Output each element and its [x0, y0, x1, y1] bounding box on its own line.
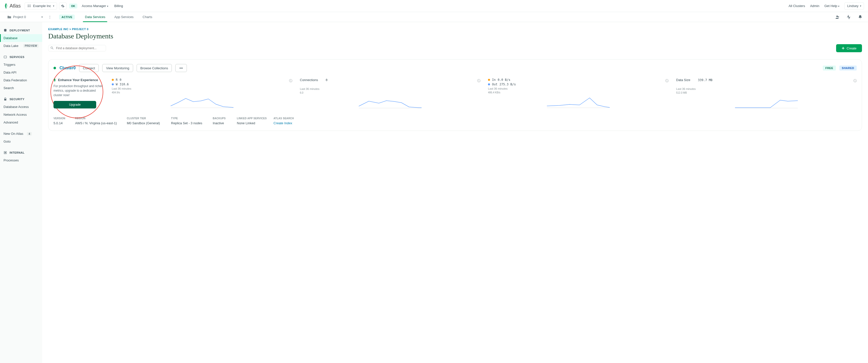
- upgrade-button[interactable]: Upgrade: [54, 101, 96, 108]
- sidebar-item-search[interactable]: Search: [0, 84, 42, 92]
- info-icon[interactable]: ⓘ: [289, 78, 292, 83]
- cluster-more-button[interactable]: •••: [175, 64, 187, 72]
- status-ok-badge: OK: [69, 3, 78, 8]
- sidebar-item-database[interactable]: Database: [0, 34, 42, 42]
- plus-icon: [842, 47, 845, 50]
- internal-icon: [3, 151, 7, 154]
- all-clusters-link[interactable]: All Clusters: [788, 4, 805, 8]
- preview-badge: PREVIEW: [23, 44, 39, 48]
- svg-rect-0: [28, 5, 29, 5]
- sidebar-item-goto[interactable]: Goto: [0, 138, 42, 145]
- browse-collections-button[interactable]: Browse Collections: [136, 64, 172, 72]
- enhance-title: Enhance Your Experience: [58, 78, 98, 82]
- breadcrumb-project[interactable]: PROJECT 0: [72, 28, 89, 31]
- project-nav: Project 0 ▾ ⋮ ACTIVE Data Services App S…: [0, 12, 868, 22]
- access-manager-link[interactable]: Access Manager ▾: [82, 4, 108, 8]
- admin-link[interactable]: Admin: [810, 4, 819, 8]
- sidebar-heading-services: SERVICES: [0, 53, 42, 61]
- connect-button[interactable]: Connect: [79, 64, 99, 72]
- dots-vertical-icon: ⋮: [48, 15, 52, 19]
- metrics-grid: ⓘ R 0 W 310.6 Last 36 minutes 404.9/s ⓘ: [112, 78, 857, 108]
- svg-rect-3: [29, 6, 31, 7]
- cluster-name-link[interactable]: Cluster0: [60, 66, 75, 70]
- search-icon: [50, 46, 54, 50]
- sidebar-heading-deployment: DEPLOYMENT: [0, 27, 42, 34]
- search-input[interactable]: [48, 45, 106, 52]
- project-menu-button[interactable]: ⋮: [47, 15, 53, 19]
- database-icon: [3, 29, 7, 32]
- sidebar-item-data-lake[interactable]: Data Lake PREVIEW: [0, 42, 42, 50]
- enhance-panel: Enhance Your Experience For production t…: [54, 78, 104, 108]
- brand[interactable]: Atlas: [4, 3, 21, 9]
- info-icon[interactable]: ⓘ: [477, 78, 480, 83]
- create-button[interactable]: Create: [836, 44, 862, 52]
- breadcrumb-org[interactable]: EXAMPLE INC: [48, 28, 68, 31]
- sidebar-item-advanced[interactable]: Advanced: [0, 119, 42, 126]
- toolbar: Create: [48, 44, 862, 52]
- leaf-icon: [4, 3, 8, 9]
- org-settings-button[interactable]: [59, 2, 67, 10]
- sidebar-item-db-access[interactable]: Database Access: [0, 103, 42, 111]
- breadcrumb: EXAMPLE INC > PROJECT 0: [48, 28, 862, 31]
- folder-icon: [7, 15, 11, 19]
- sparkline-size: [676, 96, 857, 108]
- enhance-text: For production throughput and richer met…: [54, 84, 104, 97]
- sidebar-item-net-access[interactable]: Network Access: [0, 111, 42, 119]
- activity-button[interactable]: [845, 13, 852, 21]
- invite-button[interactable]: [833, 13, 841, 21]
- page-title: Database Deployments: [48, 32, 862, 40]
- tab-app-services[interactable]: App Services: [114, 12, 134, 22]
- tab-data-services[interactable]: Data Services: [85, 12, 105, 22]
- footer-type: TYPE Replica Set - 3 nodes: [171, 117, 209, 125]
- cluster-card-header: Cluster0 Connect View Monitoring Browse …: [54, 64, 857, 72]
- footer-version: VERSION 5.0.14: [54, 117, 71, 125]
- org-name: Example Inc: [33, 4, 51, 8]
- free-badge: FREE: [823, 66, 836, 70]
- footer-backups: BACKUPS Inactive: [213, 117, 233, 125]
- leaf-icon: [54, 78, 56, 82]
- legend-dot-icon: [112, 84, 114, 85]
- chevron-down-icon: ▾: [41, 15, 43, 18]
- cluster-footer: VERSION 5.0.14 REGION AWS / N. Virginia …: [54, 117, 857, 125]
- project-switcher[interactable]: Project 0 ▾: [7, 15, 43, 19]
- tab-charts[interactable]: Charts: [143, 12, 152, 22]
- sparkline-connections: [300, 96, 480, 108]
- legend-dot-icon: [488, 79, 490, 81]
- footer-tier: CLUSTER TIER M0 Sandbox (General): [127, 117, 167, 125]
- sidebar: DEPLOYMENT Database Data Lake PREVIEW SE…: [0, 22, 42, 363]
- create-index-link[interactable]: Create Index: [274, 121, 306, 125]
- org-icon: [27, 4, 31, 8]
- legend-dot-icon: [488, 84, 490, 85]
- sidebar-item-new-on-atlas[interactable]: New On Atlas 4: [0, 130, 42, 138]
- sidebar-item-processes[interactable]: Processes: [0, 156, 42, 164]
- user-menu[interactable]: Lindsey ▾: [844, 2, 864, 10]
- sidebar-item-triggers[interactable]: Triggers: [0, 61, 42, 69]
- legend-dot-icon: [112, 79, 114, 81]
- view-monitoring-button[interactable]: View Monitoring: [102, 64, 133, 72]
- activity-icon: [846, 15, 851, 19]
- sidebar-item-data-api[interactable]: Data API: [0, 69, 42, 76]
- sparkline-io: [488, 95, 669, 108]
- sidebar-item-data-federation[interactable]: Data Federation: [0, 76, 42, 84]
- get-help-link[interactable]: Get Help ▾: [824, 4, 839, 8]
- info-icon[interactable]: ⓘ: [665, 78, 669, 83]
- sparkline-rw: [112, 95, 292, 108]
- svg-rect-1: [29, 5, 31, 5]
- main-content: EXAMPLE INC > PROJECT 0 Database Deploym…: [42, 22, 868, 363]
- chevron-down-icon: ▾: [107, 5, 108, 7]
- billing-link[interactable]: Billing: [114, 4, 123, 8]
- footer-linked: LINKED APP SERVICES None Linked: [237, 117, 270, 125]
- services-icon: [3, 55, 7, 59]
- lock-icon: [3, 97, 7, 101]
- count-badge: 4: [27, 132, 32, 136]
- active-badge: ACTIVE: [59, 14, 75, 20]
- metric-rw: ⓘ R 0 W 310.6 Last 36 minutes 404.9/s: [112, 78, 292, 108]
- info-icon[interactable]: ⓘ: [854, 78, 857, 83]
- cluster-card: Cluster0 Connect View Monitoring Browse …: [48, 59, 862, 131]
- svg-line-9: [53, 48, 54, 50]
- brand-name: Atlas: [9, 3, 21, 9]
- svg-rect-7: [5, 152, 6, 154]
- org-switcher[interactable]: Example Inc ▾: [25, 2, 57, 10]
- top-nav: Atlas Example Inc ▾ OK Access Manager ▾ …: [0, 0, 868, 12]
- notifications-button[interactable]: [857, 13, 864, 21]
